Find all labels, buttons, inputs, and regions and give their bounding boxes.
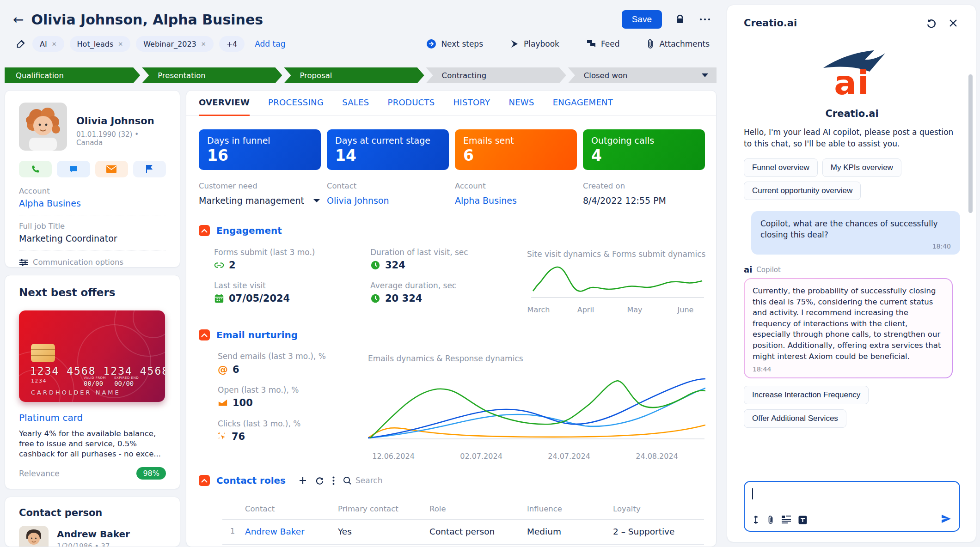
engagement-stat: Last site visit 07/05/2024	[214, 281, 290, 304]
chip-opportunity-overview[interactable]: Current opportunity overview	[744, 182, 861, 200]
contact-link[interactable]: Andrew Baker	[245, 527, 338, 536]
remove-tag-icon[interactable]: ✕	[52, 41, 57, 48]
attach-icon[interactable]	[767, 515, 774, 524]
tag-label: Webinar_2023	[143, 40, 196, 49]
feed-button[interactable]: Feed	[586, 39, 620, 49]
message-time: 18:40	[760, 243, 951, 250]
contact-link[interactable]: Olivia Johnson	[327, 192, 449, 210]
engagement-stat: Forms submit (last 3 mo.) 2	[214, 248, 315, 271]
collapse-icon[interactable]	[199, 475, 210, 486]
attachments-button[interactable]: Attachments	[646, 39, 710, 49]
engagement-title: Engagement	[216, 225, 282, 236]
page-header: ← Olivia Johnson, Alpha Busines Save	[9, 6, 712, 32]
search-button[interactable]: Search	[343, 476, 382, 485]
chip-offer-services[interactable]: Offer Additional Services	[744, 409, 846, 428]
table-header: Contact Primary contact Role Influence L…	[245, 504, 704, 513]
chip-kpis-overview[interactable]: My KPIs overview	[822, 158, 901, 177]
tag-pill[interactable]: Hot_leads✕	[70, 36, 131, 52]
chat-button[interactable]	[57, 161, 90, 177]
kebab-menu-icon[interactable]	[332, 476, 335, 485]
contact-roles-header: Contact roles Search	[199, 475, 382, 486]
tab-processing[interactable]: PROCESSING	[268, 91, 324, 116]
collapse-icon[interactable]	[199, 329, 210, 340]
email-section-header: Email nurturing	[199, 329, 298, 340]
text-height-icon[interactable]	[752, 515, 760, 525]
more-tags-pill[interactable]: +4	[219, 36, 245, 52]
click-icon	[218, 432, 227, 441]
suggestion-chips: Funnel overview My KPIs overview Current…	[744, 158, 960, 200]
avatar	[19, 526, 49, 547]
send-icon[interactable]	[941, 513, 952, 526]
x-tick: 12.06.2024	[372, 452, 415, 461]
email-button[interactable]	[95, 161, 128, 177]
template-icon[interactable]	[782, 516, 791, 524]
text-format-icon[interactable]	[798, 516, 807, 524]
created-on-label: Created on	[583, 182, 705, 190]
add-tag-button[interactable]: Add tag	[255, 39, 285, 49]
feed-icon	[586, 39, 596, 49]
created-on-value: 8/4/2022 12:55 PM	[583, 192, 705, 210]
chip-increase-frequency[interactable]: Increase Interaction Frequency	[744, 386, 869, 404]
edit-tags-icon[interactable]	[14, 37, 28, 51]
flag-button[interactable]	[133, 161, 166, 177]
tab-sales[interactable]: SALES	[342, 91, 369, 116]
stage-closed-won[interactable]: Closed won	[568, 67, 717, 83]
flag-icon	[146, 164, 153, 174]
relevance-badge: 98%	[136, 467, 166, 480]
offer-name-link[interactable]: Platinum card	[19, 412, 166, 423]
more-menu-icon[interactable]	[698, 12, 712, 26]
collapse-icon[interactable]	[199, 225, 210, 236]
metric-cards: Days in funnel 16 Days at current stage …	[199, 129, 705, 170]
stage-qualification[interactable]: Qualification	[5, 67, 140, 83]
stage-dropdown-icon[interactable]	[702, 73, 708, 77]
next-steps-button[interactable]: Next steps	[426, 39, 483, 49]
job-title-label: Full job Title	[19, 222, 166, 231]
tab-history[interactable]: HISTORY	[453, 91, 490, 116]
contact-name: Olivia Johnson	[76, 115, 166, 127]
action-chips: Increase Interaction Frequency Offer Add…	[744, 386, 960, 428]
contact-person-name: Andrew Baker	[57, 529, 130, 540]
customer-need-label: Customer need	[199, 182, 321, 190]
call-button[interactable]	[19, 161, 52, 177]
back-icon[interactable]: ←	[13, 12, 24, 27]
lock-icon[interactable]	[673, 12, 687, 26]
engagement-stat: Average duration, sec 20 324	[370, 281, 456, 304]
copilot-input[interactable]	[744, 481, 960, 532]
customer-need-select[interactable]: Marketing management	[199, 192, 321, 210]
clock-icon	[370, 260, 380, 270]
add-icon[interactable]	[299, 476, 307, 485]
text-cursor	[752, 488, 753, 499]
tag-pill[interactable]: AI✕	[32, 36, 64, 52]
contact-roles-title: Contact roles	[216, 475, 286, 486]
playbook-button[interactable]: Playbook	[510, 39, 559, 49]
copilot-mini-logo: ai	[744, 265, 752, 274]
tab-overview[interactable]: OVERVIEW	[199, 91, 250, 116]
refresh-icon[interactable]	[315, 476, 324, 485]
x-tick: April	[577, 305, 594, 314]
save-button[interactable]: Save	[622, 10, 662, 29]
remove-tag-icon[interactable]: ✕	[201, 41, 206, 48]
x-tick: 24.07.2024	[548, 452, 590, 461]
stage-presentation[interactable]: Presentation	[142, 67, 282, 83]
next-steps-icon	[426, 39, 436, 49]
remove-tag-icon[interactable]: ✕	[118, 41, 123, 48]
stage-proposal[interactable]: Proposal	[284, 67, 424, 83]
account-link[interactable]: Alpha Busines	[455, 192, 577, 210]
close-icon[interactable]	[946, 16, 960, 30]
tab-news[interactable]: NEWS	[508, 91, 534, 116]
chip-funnel-overview[interactable]: Funnel overview	[744, 158, 818, 177]
table-row[interactable]: 1 Andrew Baker Yes Contact person Medium…	[245, 527, 704, 536]
communication-options-button[interactable]: Communication options	[19, 258, 166, 267]
tag-pill[interactable]: Webinar_2023✕	[136, 36, 213, 52]
x-tick: 24.08.2024	[636, 452, 678, 461]
tab-engagement[interactable]: ENGAGEMENT	[553, 91, 613, 116]
open-rate-icon	[218, 399, 228, 407]
restart-icon[interactable]	[924, 16, 938, 30]
stage-contracting[interactable]: Contracting	[426, 67, 566, 83]
tab-products[interactable]: PRODUCTS	[388, 91, 435, 116]
card-chip	[31, 344, 55, 362]
account-link[interactable]: Alpha Busines	[19, 198, 166, 208]
copilot-greeting: Hello, I'm your lead AI copilot, please …	[744, 127, 960, 150]
scrollbar[interactable]	[968, 74, 973, 213]
copilot-panel-title: Creatio.ai	[744, 18, 797, 29]
